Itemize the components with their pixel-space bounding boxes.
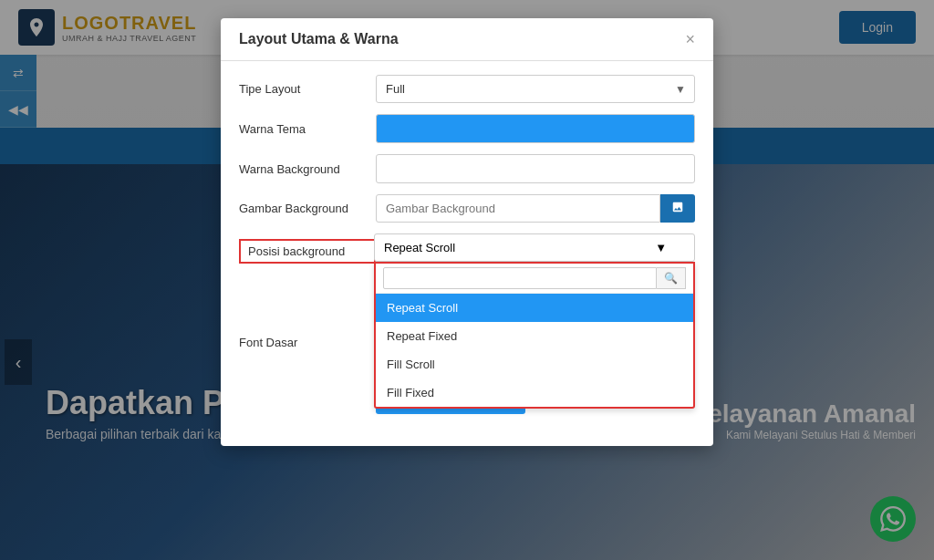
warna-tema-label: Warna Tema <box>239 122 376 136</box>
posisi-background-arrow-icon: ▼ <box>655 241 667 254</box>
tipe-layout-row: Tipe Layout Full Boxed ▼ <box>239 75 695 103</box>
modal-title: Layout Utama & Warna <box>239 31 399 47</box>
dropdown-search-icon: 🔍 <box>657 267 686 289</box>
font-dasar-label: Font Dasar <box>239 336 376 349</box>
gambar-background-control <box>376 194 695 223</box>
modal-close-button[interactable]: × <box>685 31 695 47</box>
gambar-background-label: Gambar Background <box>239 202 376 215</box>
gambar-background-input[interactable] <box>376 194 660 223</box>
posisi-background-dropdown[interactable]: Repeat Scroll ▼ <box>374 233 695 262</box>
warna-background-label: Warna Background <box>239 162 376 176</box>
warna-background-color[interactable] <box>376 154 695 183</box>
tipe-layout-label: Tipe Layout <box>239 82 376 96</box>
posisi-background-label: Posisi background <box>239 239 376 264</box>
posisi-background-control: Repeat Scroll ▼ 🔍 Repeat Scroll Repeat F… <box>374 233 695 262</box>
dropdown-item-fill-fixed[interactable]: Fill Fixed <box>376 379 693 407</box>
tipe-layout-select[interactable]: Full Boxed <box>376 75 695 103</box>
posisi-background-dropdown-list: 🔍 Repeat Scroll Repeat Fixed Fill Scroll… <box>374 262 695 409</box>
warna-background-control <box>376 154 695 183</box>
modal-overlay: Layout Utama & Warna × Tipe Layout Full … <box>0 0 934 560</box>
posisi-background-selected-text: Repeat Scroll <box>384 241 455 254</box>
gambar-background-button[interactable] <box>660 194 695 223</box>
warna-tema-control <box>376 114 695 143</box>
warna-tema-row: Warna Tema <box>239 114 695 143</box>
modal-body: Tipe Layout Full Boxed ▼ Warna Tema W <box>221 61 713 428</box>
dropdown-search-input[interactable] <box>383 267 657 289</box>
dropdown-item-fill-scroll[interactable]: Fill Scroll <box>376 350 693 379</box>
gambar-background-row: Gambar Background <box>239 194 695 223</box>
modal: Layout Utama & Warna × Tipe Layout Full … <box>221 18 713 446</box>
dropdown-item-repeat-scroll[interactable]: Repeat Scroll <box>376 294 693 322</box>
file-input-wrap <box>376 194 695 223</box>
modal-header: Layout Utama & Warna × <box>221 18 713 61</box>
dropdown-search-row: 🔍 <box>376 264 693 294</box>
dropdown-item-repeat-fixed[interactable]: Repeat Fixed <box>376 322 693 350</box>
warna-tema-color[interactable] <box>376 114 695 143</box>
posisi-background-row: Posisi background Repeat Scroll ▼ 🔍 Repe… <box>239 233 695 264</box>
tipe-layout-control: Full Boxed ▼ <box>376 75 695 103</box>
warna-background-row: Warna Background <box>239 154 695 183</box>
